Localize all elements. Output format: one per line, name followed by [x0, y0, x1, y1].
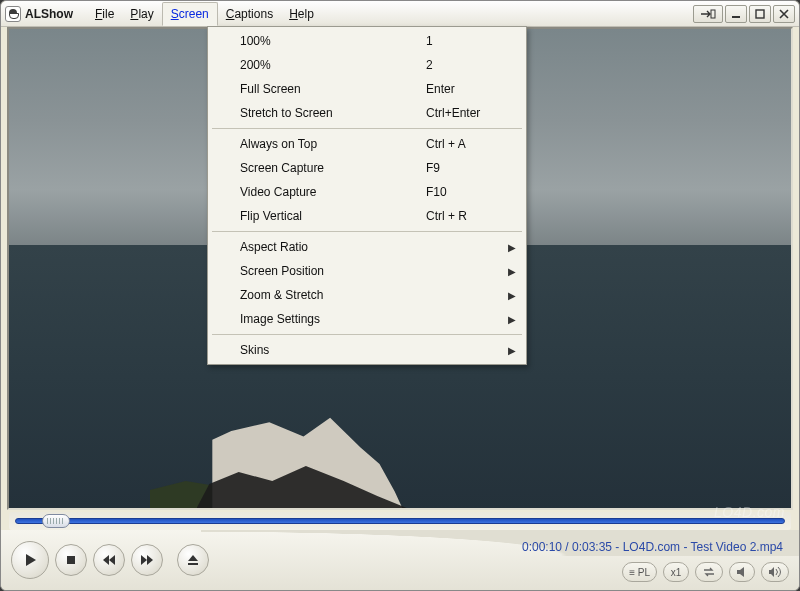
play-button[interactable] — [11, 541, 49, 579]
speaker-wave-icon — [768, 566, 782, 578]
app-icon — [5, 6, 21, 22]
controls-bar: 0:00:10 / 0:03:35 - LO4D.com - Test Vide… — [1, 530, 799, 590]
svg-marker-6 — [109, 555, 115, 565]
submenu-arrow-icon: ▶ — [508, 242, 516, 253]
progress-track[interactable] — [15, 518, 785, 524]
speed-button[interactable]: x1 — [663, 562, 689, 582]
svg-rect-0 — [711, 10, 715, 18]
menuitem-200pct[interactable]: 200%2 — [210, 53, 524, 77]
svg-marker-11 — [737, 567, 744, 577]
menu-file[interactable]: File — [87, 3, 122, 25]
menuitem-skins[interactable]: Skins▶ — [210, 338, 524, 362]
screen-menu-dropdown: 100%1 200%2 Full ScreenEnter Stretch to … — [207, 26, 527, 365]
menuitem-flip-vertical[interactable]: Flip VerticalCtrl + R — [210, 204, 524, 228]
svg-rect-4 — [67, 556, 75, 564]
app-title: ALShow — [25, 7, 73, 21]
menubar: File Play Screen Captions Help — [87, 1, 693, 26]
svg-rect-2 — [756, 10, 764, 18]
menu-screen[interactable]: Screen — [162, 2, 218, 26]
titlebar: ALShow File Play Screen Captions Help — [1, 1, 799, 27]
progress-bar[interactable] — [9, 512, 791, 530]
rewind-button[interactable] — [93, 544, 125, 576]
svg-marker-3 — [26, 554, 36, 566]
forward-button[interactable] — [131, 544, 163, 576]
submenu-arrow-icon: ▶ — [508, 266, 516, 277]
menu-separator — [212, 231, 522, 232]
menu-separator — [212, 334, 522, 335]
menu-captions[interactable]: Captions — [218, 3, 281, 25]
menuitem-image-settings[interactable]: Image Settings▶ — [210, 307, 524, 331]
menu-separator — [212, 128, 522, 129]
menuitem-full-screen[interactable]: Full ScreenEnter — [210, 77, 524, 101]
menuitem-zoom-stretch[interactable]: Zoom & Stretch▶ — [210, 283, 524, 307]
close-button[interactable] — [773, 5, 795, 23]
menuitem-100pct[interactable]: 100%1 — [210, 29, 524, 53]
menu-play[interactable]: Play — [122, 3, 161, 25]
menuitem-always-on-top[interactable]: Always on TopCtrl + A — [210, 132, 524, 156]
titlebar-controls — [693, 5, 795, 23]
app-window: ALShow File Play Screen Captions Help — [0, 0, 800, 591]
menuitem-video-capture[interactable]: Video CaptureF10 — [210, 180, 524, 204]
menu-help[interactable]: Help — [281, 3, 322, 25]
stop-button[interactable] — [55, 544, 87, 576]
svg-marker-12 — [769, 567, 774, 577]
repeat-icon — [702, 566, 716, 578]
volume-button[interactable] — [761, 562, 789, 582]
compact-mode-button[interactable] — [693, 5, 723, 23]
right-pill-controls: ≡ PL x1 — [622, 562, 789, 582]
playback-info: 0:00:10 / 0:03:35 - LO4D.com - Test Vide… — [522, 540, 783, 554]
submenu-arrow-icon: ▶ — [508, 314, 516, 325]
svg-marker-7 — [141, 555, 147, 565]
playlist-button[interactable]: ≡ PL — [622, 562, 657, 582]
progress-knob[interactable] — [42, 514, 70, 528]
mute-button[interactable] — [729, 562, 755, 582]
svg-rect-10 — [188, 563, 198, 565]
menuitem-stretch-to-screen[interactable]: Stretch to ScreenCtrl+Enter — [210, 101, 524, 125]
svg-marker-8 — [147, 555, 153, 565]
svg-marker-5 — [103, 555, 109, 565]
maximize-button[interactable] — [749, 5, 771, 23]
menuitem-screen-capture[interactable]: Screen CaptureF9 — [210, 156, 524, 180]
eject-button[interactable] — [177, 544, 209, 576]
menuitem-aspect-ratio[interactable]: Aspect Ratio▶ — [210, 235, 524, 259]
submenu-arrow-icon: ▶ — [508, 345, 516, 356]
svg-marker-9 — [188, 555, 198, 561]
repeat-button[interactable] — [695, 562, 723, 582]
minimize-button[interactable] — [725, 5, 747, 23]
menuitem-screen-position[interactable]: Screen Position▶ — [210, 259, 524, 283]
submenu-arrow-icon: ▶ — [508, 290, 516, 301]
speaker-icon — [736, 566, 748, 578]
